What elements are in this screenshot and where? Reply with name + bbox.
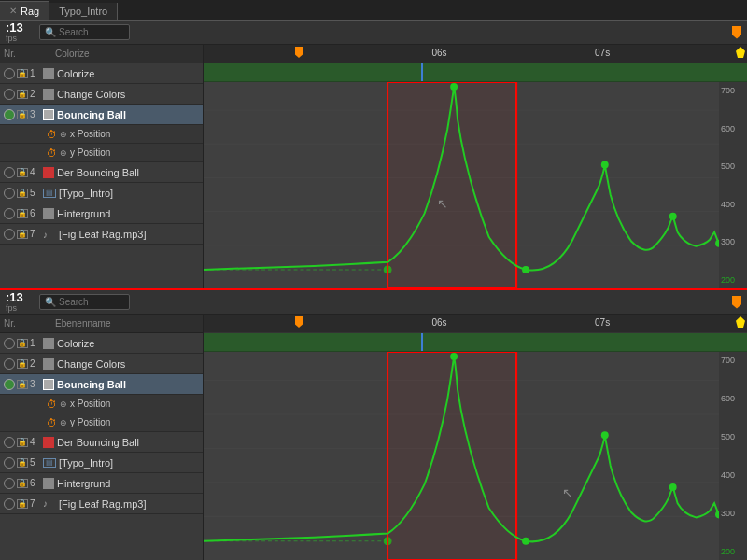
tab-rag[interactable]: ✕ Rag: [0, 1, 49, 20]
prop-row-x-top[interactable]: ⏱ ⊕ x Position: [0, 125, 203, 144]
eye-icon[interactable]: [4, 167, 15, 178]
svg-rect-24: [388, 352, 516, 560]
layer-row-bot-7[interactable]: 🔒 7 ♪ [Fig Leaf Rag.mp3]: [0, 494, 203, 514]
audio-icon-7: ♪: [43, 230, 56, 239]
svg-point-28: [669, 483, 677, 491]
stopwatch-icon-y: ⏱: [47, 147, 57, 159]
eye-icon[interactable]: [4, 208, 15, 219]
lock-icon[interactable]: 🔒: [17, 499, 28, 509]
layer-row-bot-2[interactable]: 🔒 2 Change Colors: [0, 354, 203, 374]
layer-row-top-7[interactable]: 🔒 7 ♪ [Fig Leaf Rag.mp3]: [0, 224, 203, 245]
lock-icon[interactable]: 🔒: [17, 339, 28, 348]
search-box-bottom[interactable]: 🔍: [39, 294, 130, 310]
y-label-600b: 600: [721, 394, 745, 403]
eye-icon[interactable]: [4, 437, 15, 448]
lock-icon[interactable]: 🔒: [17, 168, 28, 177]
yellow-marker-bottom: [736, 316, 745, 328]
search-box-top[interactable]: 🔍: [39, 24, 130, 40]
search-input-bottom[interactable]: [59, 297, 124, 307]
layer-panel-top: Nr. Colorize 🔒 1 Colorize 🔒 2: [0, 45, 204, 288]
layer-name: [Fig Leaf Rag.mp3]: [59, 498, 147, 510]
orange-marker-bottom-toolbar: [732, 296, 741, 309]
layer-row-bot-6[interactable]: 🔒 6 Hintergrund: [0, 473, 203, 494]
layer-row-bot-3[interactable]: 🔒 3 Bouncing Ball: [0, 374, 203, 395]
lock-icon[interactable]: 🔒: [17, 110, 28, 119]
prop-row-y-bot[interactable]: ⏱ ⊕ y Position: [0, 413, 203, 432]
stopwatch-icon: ⏱: [47, 417, 57, 428]
svg-point-12: [601, 161, 609, 168]
color-box-4: [43, 167, 54, 178]
lock-icon[interactable]: 🔒: [17, 230, 28, 239]
layer-row-top-1[interactable]: 🔒 1 Colorize: [0, 63, 203, 84]
color-box: [43, 358, 54, 370]
layer-num: 4: [30, 167, 43, 177]
lock-icon[interactable]: 🔒: [17, 380, 28, 389]
prop-name: y Position: [70, 417, 110, 427]
eye-icon[interactable]: [4, 457, 15, 469]
ruler-mark-06s-b: 06s: [431, 317, 446, 328]
prop-row-x-bot[interactable]: ⏱ ⊕ x Position: [0, 395, 203, 413]
close-icon[interactable]: ✕: [9, 6, 17, 16]
stopwatch-icon-x: ⏱: [47, 129, 57, 140]
graph-top: 700 600 500 400 300 200: [204, 82, 747, 288]
layer-num: 2: [30, 358, 43, 369]
lock-icon[interactable]: 🔒: [17, 359, 28, 369]
lock-icon[interactable]: 🔒: [17, 90, 28, 99]
layer-row-top-2[interactable]: 🔒 2 Change Colors: [0, 84, 203, 105]
lock-icon[interactable]: 🔒: [17, 69, 28, 78]
color-box-3: [43, 109, 54, 120]
eye-icon[interactable]: [4, 188, 15, 199]
layer-panel-bottom: Nr. Ebenenname 🔒 1 Colorize 🔒 2 Change C…: [0, 315, 204, 560]
lock-icon[interactable]: 🔒: [17, 189, 28, 198]
layer-header-bottom: Nr. Ebenenname: [0, 315, 203, 333]
lock-icon[interactable]: 🔒: [17, 438, 28, 447]
prop-row-y-top[interactable]: ⏱ ⊕ y Position: [0, 144, 203, 162]
color-box-2: [43, 89, 54, 100]
eye-icon[interactable]: [4, 338, 15, 349]
color-box-6: [43, 208, 54, 219]
col-name-label: Colorize: [55, 49, 90, 59]
layer-row-top-4[interactable]: 🔒 4 Der Bouncing Ball: [0, 162, 203, 183]
lock-icon[interactable]: 🔒: [17, 209, 28, 218]
layer-header-top: Nr. Colorize: [0, 45, 203, 63]
layer-row-top-3[interactable]: 🔒 3 Bouncing Ball: [0, 105, 203, 125]
y-label-300: 300: [721, 237, 745, 246]
lock-icon[interactable]: 🔒: [17, 479, 28, 488]
playhead-line-top: [421, 63, 423, 81]
anchor-icon: ⊕: [60, 399, 67, 409]
ruler-mark-07s-b: 07s: [595, 317, 610, 328]
layer-row-top-6[interactable]: 🔒 6 Hintergrund: [0, 203, 203, 224]
y-label-500: 500: [721, 161, 745, 171]
layer-num: 6: [30, 478, 43, 488]
eye-icon[interactable]: [4, 478, 15, 489]
audio-icon: ♪: [43, 498, 56, 509]
eye-icon[interactable]: [4, 89, 15, 100]
bottom-toolbar: :13 fps 🔍: [0, 290, 747, 315]
color-box-1: [43, 68, 54, 79]
eye-icon[interactable]: [4, 229, 15, 240]
eye-icon[interactable]: [4, 109, 15, 120]
layer-name: [Typo_Intro]: [59, 457, 113, 469]
top-toolbar: :13 fps 🔍: [0, 21, 747, 45]
eye-icon[interactable]: [4, 379, 15, 390]
eye-icon[interactable]: [4, 358, 15, 370]
eye-icon[interactable]: [4, 498, 15, 510]
layer-name-1: Colorize: [57, 68, 94, 79]
lock-icon[interactable]: 🔒: [17, 458, 28, 468]
layer-row-bot-4[interactable]: 🔒 4 Der Bouncing Ball: [0, 432, 203, 453]
eye-icon[interactable]: [4, 68, 15, 79]
layer-row-top-5[interactable]: 🔒 5 ▤ [Typo_Intro]: [0, 183, 203, 203]
layer-row-bot-1[interactable]: 🔒 1 Colorize: [0, 333, 203, 354]
y-label-200: 200: [721, 275, 745, 285]
panel-top: :13 fps 🔍 Nr. Colorize 🔒 1: [0, 21, 747, 290]
search-input-top[interactable]: [59, 27, 124, 37]
search-icon-bottom: 🔍: [45, 297, 56, 307]
y-axis-top: 700 600 500 400 300 200: [719, 82, 747, 288]
layer-row-bot-5[interactable]: 🔒 5 ▤ [Typo_Intro]: [0, 453, 203, 473]
anchor-icon-y: ⊕: [60, 148, 67, 158]
ruler-mark-07s: 07s: [595, 48, 610, 58]
comp-icon: ▤: [43, 458, 56, 468]
tab-typo-intro[interactable]: Typo_Intro: [49, 3, 118, 20]
ruler-mark-06s: 06s: [431, 48, 446, 58]
ruler-top: 06s 07s: [204, 45, 747, 63]
